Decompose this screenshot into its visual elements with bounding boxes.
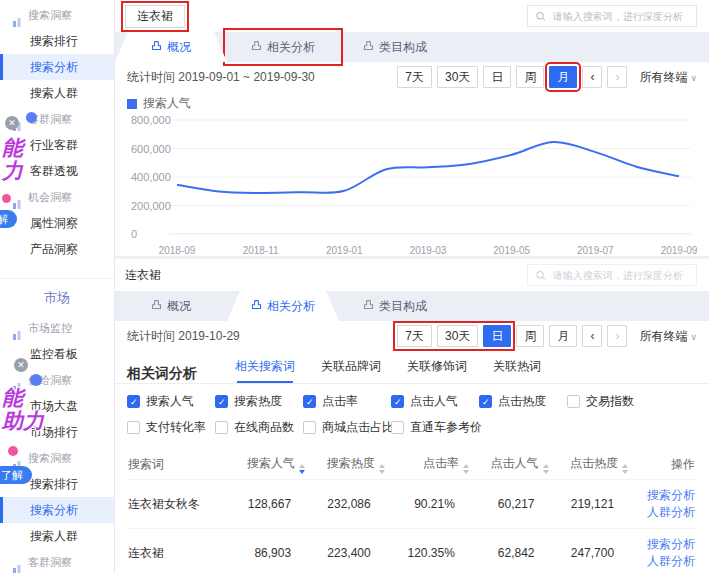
checkbox-unchecked-icon[interactable] xyxy=(391,421,404,434)
search-analysis-link[interactable]: 搜索分析 xyxy=(629,487,695,504)
cell-keyword: 连衣裙女秋冬 xyxy=(127,480,226,529)
col-search-heat[interactable]: 搜索热度 xyxy=(305,449,385,480)
checkbox-checked-icon[interactable] xyxy=(303,395,316,408)
close-icon[interactable]: ✕ xyxy=(14,358,28,372)
col-click-popularity[interactable]: 点击人气 xyxy=(469,449,549,480)
checkbox-checked-icon[interactable] xyxy=(391,395,404,408)
checkbox-unchecked-icon[interactable] xyxy=(127,421,140,434)
checkbox-unchecked-icon[interactable] xyxy=(567,395,580,408)
subtab-related-brand-words[interactable]: 关联品牌词 xyxy=(321,358,381,383)
next-period-button[interactable]: › xyxy=(607,66,627,88)
checkbox-unchecked-icon[interactable] xyxy=(215,421,228,434)
legend-label: 搜索人气 xyxy=(143,95,191,112)
svg-text:600,000: 600,000 xyxy=(131,143,171,155)
promo-text-line: 能 xyxy=(2,136,23,159)
premium-icon xyxy=(251,40,262,54)
sidebar-item-search-rank[interactable]: 搜索排行 xyxy=(0,28,114,54)
checkbox-checked-icon[interactable] xyxy=(479,395,492,408)
col-click-heat[interactable]: 点击热度 xyxy=(549,449,629,480)
range-day-button[interactable]: 日 xyxy=(483,66,511,88)
filter-label: 点击率 xyxy=(322,393,358,410)
stat-time-label: 统计时间 xyxy=(127,69,175,86)
search-icon xyxy=(536,270,546,281)
filter-online-products[interactable]: 在线商品数 xyxy=(215,419,303,436)
stat-time-label: 统计时间 xyxy=(127,328,175,345)
sort-icon[interactable] xyxy=(379,464,385,474)
range-7d-button-2[interactable]: 7天 xyxy=(397,325,432,347)
audience-analysis-link[interactable]: 人群分析 xyxy=(629,553,695,570)
checkbox-checked-icon[interactable] xyxy=(127,395,140,408)
range-week-button-2[interactable]: 周 xyxy=(516,325,544,347)
subtab-related-search-words[interactable]: 相关搜索词 xyxy=(235,358,295,383)
premium-icon xyxy=(363,40,374,54)
range-30d-button-2[interactable]: 30天 xyxy=(437,325,478,347)
range-week-button[interactable]: 周 xyxy=(516,66,544,88)
filter-click-heat[interactable]: 点击热度 xyxy=(479,393,567,410)
range-30d-button[interactable]: 30天 xyxy=(437,66,478,88)
filter-click-rate[interactable]: 点击率 xyxy=(303,393,391,410)
tab-overview-2[interactable]: 概况 xyxy=(115,291,227,321)
filter-payment-conversion[interactable]: 支付转化率 xyxy=(127,419,215,436)
filter-mall-click-share[interactable]: 商城点击占比 xyxy=(303,419,391,436)
filter-click-popularity[interactable]: 点击人气 xyxy=(391,393,479,410)
promo-overlay-top: ✕ 能力 解 xyxy=(0,98,50,236)
sidebar-item-label: 产品洞察 xyxy=(30,242,78,256)
filter-transaction-index[interactable]: 交易指数 xyxy=(567,393,697,410)
col-search-popularity[interactable]: 搜索人气 xyxy=(226,449,306,480)
sidebar-section-market[interactable]: 市场 xyxy=(0,287,114,309)
search-box[interactable] xyxy=(527,5,697,27)
range-group-annotated: 7天 30天 日 xyxy=(397,325,511,347)
keyword-chip[interactable]: 连衣裙 xyxy=(125,5,185,28)
svg-text:800,000: 800,000 xyxy=(131,114,171,126)
tab-overview[interactable]: 概况 xyxy=(115,32,227,62)
sidebar-item-search-audience-2[interactable]: 搜索人群 xyxy=(0,523,114,549)
sort-icon[interactable] xyxy=(543,464,549,474)
sort-icon[interactable] xyxy=(622,464,628,474)
svg-text:2018-11: 2018-11 xyxy=(243,245,279,256)
subtab-related-modifier-words[interactable]: 关联修饰词 xyxy=(407,358,467,383)
range-7d-button[interactable]: 7天 xyxy=(397,66,432,88)
subtab-related-hot-words[interactable]: 关联热词 xyxy=(493,358,541,383)
filter-search-heat[interactable]: 搜索热度 xyxy=(215,393,303,410)
range-month-button[interactable]: 月 xyxy=(549,66,577,88)
col-click-rate[interactable]: 点击率 xyxy=(385,449,469,480)
promo-action-button[interactable]: 了解 xyxy=(0,466,32,484)
next-period-button-2[interactable]: › xyxy=(607,325,627,347)
stat-time-value: 2019-09-01 ~ 2019-09-30 xyxy=(178,70,314,84)
search-input-2[interactable] xyxy=(551,269,688,282)
filter-ztc-reference-price[interactable]: 直通车参考价 xyxy=(391,419,479,436)
prev-period-button-2[interactable]: ‹ xyxy=(582,325,602,347)
filter-label: 支付转化率 xyxy=(146,419,206,436)
sidebar-item-search-analysis[interactable]: 搜索分析 xyxy=(0,54,114,80)
related-analysis-panel: 连衣裙 概况 相关分析 类目构成 统计时间 2019-10-29 7天 30天 … xyxy=(115,259,709,573)
legend-swatch xyxy=(127,99,137,109)
sort-icon[interactable] xyxy=(299,464,305,474)
audience-analysis-link[interactable]: 人群分析 xyxy=(629,504,695,521)
terminal-select[interactable]: 所有终端∨ xyxy=(639,69,697,86)
terminal-select-2[interactable]: 所有终端∨ xyxy=(639,328,697,345)
sidebar-item-product-insight[interactable]: 产品洞察 xyxy=(0,236,114,262)
tab-related-analysis[interactable]: 相关分析 xyxy=(227,32,339,62)
filter-label: 商城点击占比 xyxy=(322,419,394,436)
tab-related-analysis-2[interactable]: 相关分析 xyxy=(227,291,339,321)
tab-category-composition-2[interactable]: 类目构成 xyxy=(339,291,451,321)
cell-click-rate: 90.21% xyxy=(385,480,469,529)
search-input[interactable] xyxy=(551,10,688,23)
sort-icon[interactable] xyxy=(463,464,469,474)
cell-click-heat: 219,121 xyxy=(549,480,629,529)
promo-text-line: 能 xyxy=(2,386,23,409)
close-icon[interactable]: ✕ xyxy=(5,116,19,130)
promo-action-button[interactable]: 解 xyxy=(0,210,17,228)
search-analysis-link[interactable]: 搜索分析 xyxy=(629,536,695,553)
checkbox-unchecked-icon[interactable] xyxy=(303,421,316,434)
cell-click-heat: 247,700 xyxy=(549,529,629,573)
tab-category-composition[interactable]: 类目构成 xyxy=(339,32,451,62)
range-day-button-2[interactable]: 日 xyxy=(483,325,511,347)
chart-legend: 搜索人气 xyxy=(115,92,709,112)
range-month-button-2[interactable]: 月 xyxy=(549,325,577,347)
search-box-2[interactable] xyxy=(527,264,697,286)
prev-period-button[interactable]: ‹ xyxy=(582,66,602,88)
checkbox-checked-icon[interactable] xyxy=(215,395,228,408)
filter-search-popularity[interactable]: 搜索人气 xyxy=(127,393,215,410)
cell-actions: 搜索分析人群分析 xyxy=(628,529,697,573)
